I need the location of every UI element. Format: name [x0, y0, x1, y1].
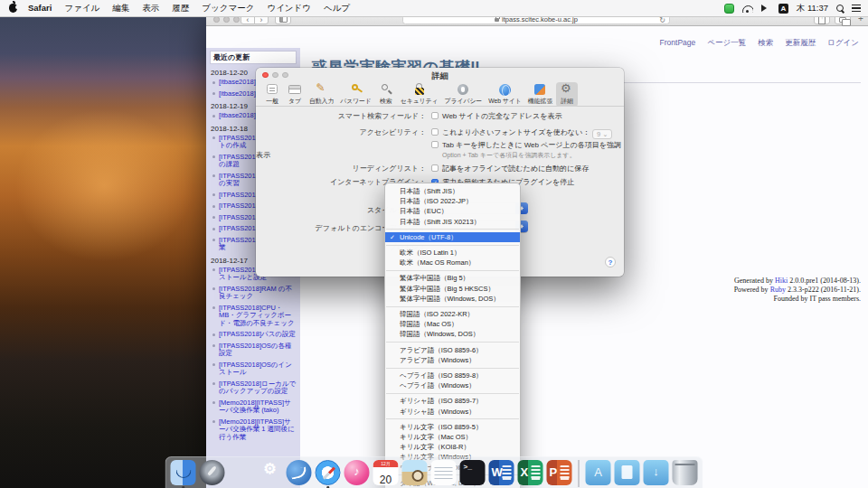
sidebar-link[interactable]: [ITPASS2018]パスの設定	[219, 330, 296, 338]
tab-highlight-checkbox[interactable]	[431, 141, 439, 148]
encoding-menu-item[interactable]: キリル文字（Mac OS）	[385, 432, 520, 442]
dock-item-folder-documents[interactable]	[615, 460, 640, 485]
encoding-menu-item[interactable]: 日本語（Shift JIS）	[385, 186, 520, 196]
bullet-icon	[212, 306, 215, 309]
bullet-icon	[212, 216, 215, 219]
nav-link[interactable]: ログイン	[827, 38, 859, 49]
encoding-menu-item[interactable]: 日本語（EUC）	[385, 206, 520, 216]
apple-menu-icon[interactable]	[9, 4, 17, 13]
spotlight-icon[interactable]	[836, 5, 844, 12]
sidebar-link[interactable]: [Memo2018][ITPASS]サーバ交換作業 (tako)	[219, 399, 291, 415]
dock-item-photos[interactable]	[402, 460, 428, 485]
encoding-menu-item[interactable]: Unicode（UTF-8）✓	[385, 232, 520, 242]
menu-separator	[386, 229, 519, 230]
dock-item-launchpad[interactable]	[200, 460, 225, 485]
sidebar-link[interactable]: [ITPASS2018]ローカルでのバックアップの設定	[219, 380, 296, 396]
encoding-menu-item[interactable]: 繁体字中国語（Big 5 HKSCS）	[385, 284, 520, 294]
menubar-clock[interactable]: 木 11:37	[797, 3, 828, 14]
encoding-menu-item[interactable]: ギリシャ語（ISO 8859-7）	[385, 396, 520, 406]
menubar-menu-ヘルプ[interactable]: ヘルプ	[324, 3, 350, 14]
sidebar-link[interactable]: [ITPASS2018]RAM の不良チェック	[219, 285, 292, 301]
safari-icon	[316, 460, 341, 485]
ruby-link[interactable]: Ruby	[770, 286, 786, 294]
dock-item-word[interactable]: W	[489, 460, 514, 485]
encoding-menu-item[interactable]: キリル文字（KOI8-R）	[385, 442, 520, 452]
help-button[interactable]: ?	[605, 257, 616, 267]
dock-item-finder[interactable]	[171, 460, 196, 485]
menubar-menu-ファイル[interactable]: ファイル	[64, 3, 99, 14]
dock-item-folder-downloads[interactable]: ↓	[644, 460, 669, 485]
menu-separator	[386, 342, 519, 343]
dock-item-thunderbird[interactable]	[287, 460, 312, 485]
encoding-menu-item[interactable]: 欧米（ISO Latin 1）	[385, 248, 520, 258]
system-preferences-icon: ⚙	[258, 460, 283, 485]
encoding-menu-item[interactable]: 日本語（Shift JIS X0213）	[385, 217, 520, 227]
icon-glyph: X	[518, 460, 543, 485]
dock-item-textedit[interactable]	[431, 460, 457, 485]
menu-separator	[386, 245, 519, 246]
menubar-menu-Safari[interactable]: Safari	[28, 3, 52, 14]
wifi-icon[interactable]	[742, 5, 753, 13]
dock-item-itunes[interactable]: ♪	[344, 460, 370, 485]
hiki-link[interactable]: Hiki	[775, 277, 788, 285]
dock-item-trash[interactable]	[673, 460, 698, 485]
encoding-menu-item[interactable]: 韓国語（ISO 2022-KR）	[385, 309, 520, 319]
sidebar-link[interactable]: [ITPASS2018]CPU・MB・グラフィックボード・電源の不良チェック	[219, 304, 295, 327]
dock-item-powerpoint[interactable]: P	[547, 460, 572, 485]
smart-search-checkbox[interactable]	[431, 112, 439, 119]
encoding-menu-item[interactable]: ヘブライ語（ISO 8859-8）	[385, 371, 520, 380]
encoding-menu-item[interactable]: アラビア語（ISO 8859-6）	[385, 345, 520, 355]
notification-center-icon[interactable]	[852, 5, 861, 12]
input-source-icon[interactable]: A	[778, 4, 788, 14]
encoding-menu-item[interactable]: キリル文字（ISO 8859-5）	[385, 422, 520, 432]
encoding-menu-item[interactable]: アラビア語（Windows）	[385, 355, 520, 365]
encoding-menu-item[interactable]: 韓国語（Windows, DOS）	[385, 329, 520, 339]
sidebar-link[interactable]: [ITPASS2018]OSのインストール	[219, 361, 292, 377]
menubar-menu-履歴[interactable]: 履歴	[172, 3, 189, 14]
sidebar-link[interactable]: [Memo2018][ITPASS]サーバ交換作業 1 週間後に行う作業	[219, 418, 295, 441]
encoding-menu-item[interactable]: ギリシャ語（Windows）	[385, 407, 520, 417]
footer-text: Generated by	[734, 277, 775, 285]
dock-item-calendar[interactable]: 12月20	[373, 460, 399, 485]
encoding-menu-item[interactable]: 繁体字中国語（Windows, DOS）	[385, 294, 520, 304]
encoding-menu-item[interactable]: ヘブライ語（Windows）	[385, 380, 520, 390]
encoding-menu-item[interactable]: 韓国語（Mac OS）	[385, 319, 520, 329]
encoding-menu-item[interactable]: 日本語（ISO 2022-JP）	[385, 196, 520, 206]
row-label: リーディングリスト：	[256, 164, 426, 174]
sidebar-list-item: [ITPASS2018]RAM の不良チェック	[219, 286, 297, 301]
sidebar-link[interactable]: [ITPASS2018]OSの各種設定	[219, 342, 291, 358]
sidebar-list-item: [Memo2018][ITPASS]サーバ交換作業 (tako)	[219, 399, 297, 415]
bullet-icon	[212, 420, 215, 423]
menubar-menu-編集[interactable]: 編集	[112, 3, 129, 14]
dock-item-mission-control[interactable]	[229, 460, 254, 485]
encoding-menu-item[interactable]: 繁体字中国語（Big 5）	[385, 273, 520, 283]
excel-icon: X	[518, 460, 543, 485]
menubar: Safariファイル編集表示履歴ブックマークウインドウヘルプ A 木 11:37	[0, 0, 868, 17]
bullet-icon	[212, 363, 215, 366]
volume-icon[interactable]	[761, 5, 770, 12]
nav-link[interactable]: ページ一覧	[707, 38, 746, 49]
min-font-size-checkbox[interactable]	[431, 128, 439, 136]
footer-text: Powered by	[734, 286, 770, 294]
font-size-select[interactable]: 9 ⌄	[592, 129, 612, 139]
checkbox-label: 記事をオフラインで読むために自動的に保存	[442, 164, 589, 173]
nav-link[interactable]: 更新履歴	[785, 38, 816, 49]
menubar-menu-ウインドウ[interactable]: ウインドウ	[267, 3, 311, 14]
nav-link[interactable]: 検索	[758, 38, 773, 49]
lock-icon	[495, 18, 499, 22]
mission-control-icon	[229, 460, 254, 485]
dock-item-safari[interactable]	[316, 460, 341, 485]
menubar-menu-表示[interactable]: 表示	[142, 3, 159, 14]
menubar-menu-ブックマーク[interactable]: ブックマーク	[202, 3, 254, 14]
dock-item-system-preferences[interactable]: ⚙	[258, 460, 283, 485]
nav-link[interactable]: FrontPage	[660, 38, 696, 49]
encoding-menu-item[interactable]: 欧米（Mac OS Roman）	[385, 258, 520, 267]
dock-item-terminal[interactable]: >_	[460, 460, 486, 485]
dock-item-folder-applications[interactable]: A	[586, 460, 611, 485]
icon-glyph: ↓	[644, 460, 669, 485]
folder-downloads-icon: ↓	[644, 460, 669, 485]
status-app-icon[interactable]	[724, 4, 734, 14]
reading-list-checkbox[interactable]	[431, 164, 439, 172]
dock-item-excel[interactable]: X	[518, 460, 543, 485]
bullet-icon	[212, 92, 215, 95]
